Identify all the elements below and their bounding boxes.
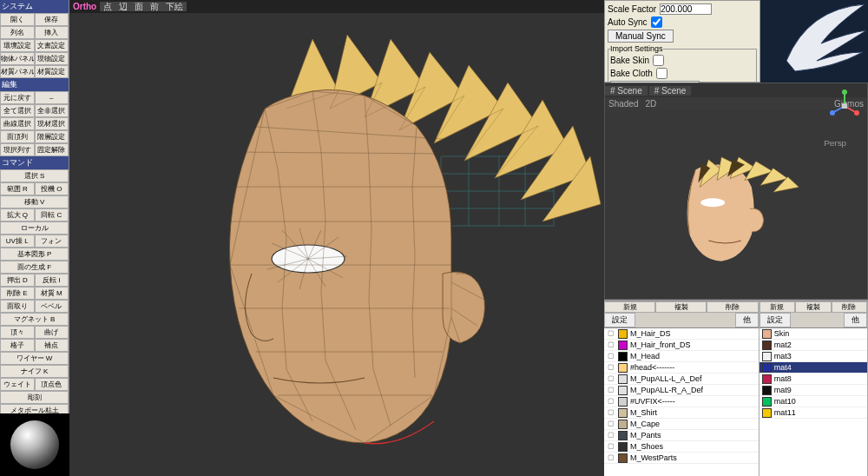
- edit-btn-2-1[interactable]: 現材選択: [35, 117, 69, 130]
- tool-btn-0-0[interactable]: 面取り: [0, 300, 35, 313]
- cmd-btn-0-0[interactable]: 選択 S: [0, 169, 69, 182]
- obj-list-item-7[interactable]: ▢M_Shirt: [604, 407, 759, 419]
- edit-btn-3-1[interactable]: 階層設定: [35, 130, 69, 143]
- orientation-gizmo-icon[interactable]: [827, 89, 862, 123]
- tool-btn-1-0[interactable]: マグネット B: [0, 313, 69, 326]
- scene-tab-1[interactable]: # Scene: [605, 86, 648, 96]
- vp-tab-前[interactable]: 前: [147, 2, 162, 11]
- cmd-btn-3-0[interactable]: 拡大 Q: [0, 208, 35, 221]
- scene-tab-2[interactable]: # Scene: [649, 86, 692, 96]
- obj-list-item-10[interactable]: ▢M_Shoes: [604, 441, 759, 453]
- tool-btn-4-0[interactable]: ワイヤー W: [0, 352, 69, 365]
- obj-list-item-3[interactable]: ▢#head<-------: [604, 362, 759, 374]
- sys-btn-2-1[interactable]: 文書設定: [35, 39, 69, 52]
- mat-list-item-4[interactable]: mat8: [760, 374, 867, 385]
- mat-list-item-7[interactable]: mat11: [760, 407, 867, 419]
- obj-list-item-8[interactable]: ▢M_Cape: [604, 419, 759, 430]
- cmd-btn-2-0[interactable]: 移動 V: [0, 195, 69, 208]
- mat-list-item-5[interactable]: mat9: [760, 385, 867, 396]
- mat-head-削除[interactable]: 削除: [832, 301, 867, 313]
- obj-tab-2[interactable]: 他: [735, 313, 759, 327]
- vp-tab-下絵[interactable]: 下絵: [162, 2, 187, 11]
- item-name: mat9: [774, 386, 867, 394]
- cmd-btn-3-1[interactable]: 回転 C: [35, 208, 69, 221]
- sys-btn-3-0[interactable]: 物体パネル: [0, 52, 35, 65]
- tool-btn-5-0[interactable]: ナイフ K: [0, 365, 69, 378]
- obj-tab-1[interactable]: 設定: [604, 313, 635, 327]
- mat-list-item-6[interactable]: mat10: [760, 396, 867, 407]
- vp-tab-点[interactable]: 点: [100, 2, 115, 11]
- layer-icon: ▢: [606, 374, 615, 384]
- obj-list-item-1[interactable]: ▢M_Hair_front_DS: [604, 340, 759, 351]
- obj-list-item-2[interactable]: ▢M_Head: [604, 351, 759, 362]
- tool-btn-6-1[interactable]: 頂点色: [35, 378, 69, 391]
- obj-head-複製[interactable]: 複製: [655, 301, 707, 313]
- cmd-btn-5-1[interactable]: フォン: [35, 235, 69, 248]
- edit-btn-3-0[interactable]: 面頂列: [0, 130, 35, 143]
- misc-btn-0-0[interactable]: 彫刻: [0, 391, 69, 404]
- mat-head-複製[interactable]: 複製: [795, 301, 831, 313]
- color-swatch: [618, 431, 628, 440]
- sys-btn-1-0[interactable]: 列名: [0, 26, 35, 39]
- obj-list-item-5[interactable]: ▢M_PupALL-R_A_Def: [604, 385, 759, 396]
- cmd-btn-1-1[interactable]: 投機 O: [35, 182, 69, 195]
- cmd-btn-1-0[interactable]: 範囲 R: [0, 182, 35, 195]
- auto-sync-label: Auto Sync: [608, 17, 648, 27]
- edit-btn-4-1[interactable]: 固定解除: [35, 143, 69, 156]
- vp-tab-面[interactable]: 面: [131, 2, 147, 11]
- mat-list-item-2[interactable]: mat3: [760, 351, 867, 362]
- prim-btn-2-1[interactable]: 反転 I: [35, 274, 69, 287]
- edit-btn-2-0[interactable]: 曲線選択: [0, 117, 35, 130]
- bake-skin-checkbox[interactable]: [653, 55, 664, 66]
- sys-btn-2-0[interactable]: 環境設定: [0, 39, 35, 52]
- edit-btn-0-0[interactable]: 元に戻す: [0, 91, 35, 104]
- mat-list-item-1[interactable]: mat2: [760, 340, 867, 351]
- obj-list-item-11[interactable]: ▢M_WestParts: [604, 453, 759, 464]
- edit-btn-1-1[interactable]: 全非選択: [35, 104, 69, 117]
- tool-btn-0-1[interactable]: ベベル: [35, 300, 69, 313]
- prim-btn-0-0[interactable]: 基本図形 P: [0, 248, 69, 261]
- tool-btn-2-0[interactable]: 頂々: [0, 326, 35, 339]
- sys-btn-4-1[interactable]: 材質設定: [35, 65, 69, 78]
- shaded-dropdown[interactable]: Shaded: [608, 99, 638, 109]
- prim-btn-2-0[interactable]: 押出 D: [0, 274, 35, 287]
- tool-btn-3-0[interactable]: 格子: [0, 339, 35, 352]
- item-name: mat4: [774, 363, 867, 372]
- edit-btn-0-1[interactable]: –: [35, 91, 69, 104]
- auto-sync-checkbox[interactable]: [651, 17, 662, 28]
- sys-btn-1-1[interactable]: 挿入: [35, 26, 69, 39]
- obj-list-item-9[interactable]: ▢M_Pants: [604, 430, 759, 441]
- sys-btn-4-0[interactable]: 材質パネル: [0, 65, 35, 78]
- cmd-btn-5-0[interactable]: UV操 L: [0, 235, 35, 248]
- tool-btn-6-0[interactable]: ウェイト: [0, 378, 35, 391]
- prim-btn-1-0[interactable]: 面の生成 F: [0, 261, 69, 274]
- tool-btn-2-1[interactable]: 曲げ: [35, 326, 69, 339]
- sys-btn-0-0[interactable]: 開く: [0, 13, 35, 26]
- mat-head-新規[interactable]: 新規: [760, 301, 795, 313]
- main-3d-viewport[interactable]: Ortho 点辺面前下絵: [69, 0, 604, 476]
- obj-head-新規[interactable]: 新規: [604, 301, 655, 313]
- scale-factor-input[interactable]: [660, 3, 712, 15]
- vp-tab-辺[interactable]: 辺: [115, 2, 131, 11]
- manual-sync-button[interactable]: Manual Sync: [608, 30, 674, 43]
- sys-btn-3-1[interactable]: 現物設定: [35, 52, 69, 65]
- bake-cloth-checkbox[interactable]: [656, 68, 667, 79]
- obj-list-item-6[interactable]: ▢#UVFIX<-----: [604, 396, 759, 407]
- mat-list-item-3[interactable]: mat4: [760, 362, 867, 374]
- prim-btn-3-1[interactable]: 材質 M: [35, 287, 69, 300]
- mat-list-item-0[interactable]: Skin: [760, 328, 867, 340]
- sys-btn-0-1[interactable]: 保存: [35, 13, 69, 26]
- cmd-btn-4-0[interactable]: ローカル: [0, 221, 69, 235]
- obj-head-削除[interactable]: 削除: [707, 301, 758, 313]
- projection-mode[interactable]: Ortho: [73, 2, 96, 11]
- edit-btn-1-0[interactable]: 全て選択: [0, 104, 35, 117]
- prim-btn-3-0[interactable]: 削除 E: [0, 287, 35, 300]
- tool-btn-3-1[interactable]: 補点: [35, 339, 69, 352]
- edit-btn-4-0[interactable]: 現択列す: [0, 143, 35, 156]
- obj-list-item-0[interactable]: ▢M_Hair_DS: [604, 328, 759, 340]
- unity-scene-preview[interactable]: # Scene # Scene Shaded 2D Gizmos: [604, 83, 868, 300]
- mat-tab-2[interactable]: 他: [844, 313, 867, 327]
- obj-list-item-4[interactable]: ▢M_PupALL-L_A_Def: [604, 374, 759, 385]
- mat-tab-1[interactable]: 設定: [760, 313, 791, 327]
- 2d-toggle[interactable]: 2D: [645, 99, 656, 109]
